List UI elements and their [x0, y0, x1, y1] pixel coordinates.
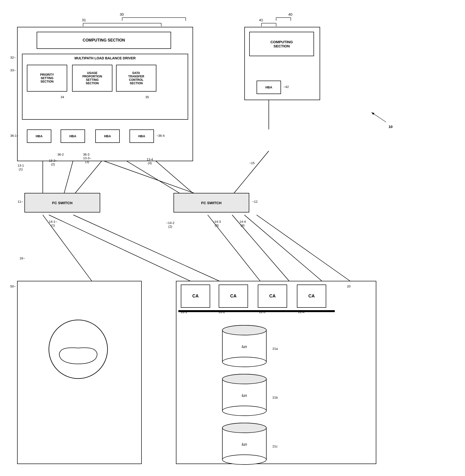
fc-switch-12-label: FC SWITCH — [201, 201, 221, 205]
svg-point-47 — [222, 406, 266, 416]
data-transfer-box: DATA TRANSFER CONTROL SECTION — [116, 65, 156, 92]
hba-36-1-label: HBA — [36, 134, 43, 138]
label-41: 41 — [259, 18, 263, 22]
ca-22-3-label: CA — [269, 294, 276, 299]
svg-line-12 — [257, 215, 357, 286]
label-14-2: ~14-2(2) — [166, 221, 174, 228]
label-14-1: 14-1~(1) — [49, 220, 57, 227]
label-21a: 21a — [272, 347, 278, 350]
fc-switch-11: FC SWITCH — [24, 193, 100, 212]
label-14-4: 14-4(4) — [239, 220, 246, 227]
lun-21c-cylinder: lun — [220, 423, 269, 467]
hba-36-1: HBA — [27, 129, 51, 143]
computing-section-30-label: COMPUTING SECTION — [83, 38, 125, 42]
label-22-2: 22-2 — [219, 310, 225, 314]
label-15: ~15 — [249, 161, 255, 165]
computing-section-40-label: COMPUTING SECTION — [270, 40, 293, 48]
ca-22-4: CA — [297, 285, 326, 308]
label-21b: 21b — [272, 396, 278, 399]
hba-42-label: HBA — [265, 85, 272, 89]
label-11: 11~ — [18, 200, 23, 203]
label-35: 35 — [145, 95, 149, 99]
ca-22-4-label: CA — [308, 294, 315, 299]
disk-svg — [42, 313, 115, 386]
usage-proportion-box: USAGE PROPORTION SETTING SECTION — [72, 65, 112, 92]
data-transfer-label: DATA TRANSFER CONTROL SECTION — [128, 71, 144, 85]
label-22-3: 22-3 — [259, 310, 265, 314]
lun-21b-svg: lun — [220, 374, 269, 418]
label-32: 32~ — [10, 56, 16, 59]
label-31: 31 — [82, 18, 86, 22]
label-22-4: 22-4 — [298, 310, 304, 314]
computing-section-30: COMPUTING SECTION — [37, 32, 171, 49]
hba-36-2: HBA — [61, 129, 85, 143]
computing-section-40: COMPUTING SECTION — [249, 32, 314, 56]
svg-text:lun: lun — [242, 345, 247, 349]
vertical-bus — [178, 310, 335, 312]
storage-box-20 — [176, 281, 376, 464]
lun-21c-svg: lun — [220, 423, 269, 466]
svg-point-42 — [222, 357, 266, 367]
ca-22-1-label: CA — [192, 294, 199, 299]
lun-21b-cylinder: lun — [220, 374, 269, 419]
label-33: 33~ — [10, 68, 16, 72]
ca-22-1: CA — [181, 285, 210, 308]
svg-point-48 — [222, 374, 266, 384]
label-12: ~12 — [252, 200, 258, 203]
fc-switch-11-label: FC SWITCH — [52, 201, 72, 205]
label-13-2: 13-2~(2) — [49, 159, 57, 166]
svg-point-43 — [222, 325, 266, 335]
svg-text:lun: lun — [242, 393, 247, 398]
label-40: 40 — [288, 12, 292, 16]
label-36-2: 36-2 — [57, 153, 64, 156]
label-20: 20 — [347, 285, 350, 288]
svg-text:lun: lun — [242, 442, 247, 446]
label-22-1: 22-1 — [181, 310, 187, 314]
label-16: 16~ — [20, 256, 25, 260]
ca-22-3: CA — [258, 285, 287, 308]
fc-switch-12: FC SWITCH — [173, 193, 249, 212]
label-36-4: ~36-4 — [156, 134, 165, 138]
lun-21a-svg: lun — [220, 325, 269, 369]
label-10: 10 — [389, 125, 393, 129]
hba-36-2-label: HBA — [69, 134, 76, 138]
multipath-driver-label: MULTIPATH LOAD BALANCE DRIVER — [75, 56, 136, 60]
label-42: ~42 — [283, 85, 289, 89]
label-36-3: 36-3 — [83, 153, 89, 156]
label-36-1: 36-1~ — [10, 134, 19, 138]
usage-proportion-label: USAGE PROPORTION SETTING SECTION — [82, 71, 102, 85]
lun-21a-cylinder: lun — [220, 325, 269, 370]
ca-22-2-label: CA — [230, 294, 237, 299]
hba-36-4: HBA — [130, 129, 154, 143]
label-13-3: 13-3~(3) — [83, 156, 91, 164]
device-50-disk — [42, 313, 115, 386]
hba-42: HBA — [257, 81, 281, 94]
label-21c: 21c — [272, 444, 278, 448]
svg-point-52 — [222, 455, 266, 465]
priority-setting-box: PRIORITY SETTING SECTION — [27, 65, 67, 92]
svg-point-39 — [49, 320, 108, 379]
diagram-container: COMPUTING SECTION MULTIPATH LOAD BALANCE… — [0, 0, 465, 476]
svg-line-7 — [49, 215, 200, 286]
svg-line-6 — [232, 151, 269, 195]
svg-line-11 — [244, 215, 327, 286]
label-14-3: ~14-3(3) — [213, 220, 221, 227]
label-13-4: 13-4(4) — [147, 158, 153, 165]
label-50: 50~ — [10, 285, 16, 288]
hba-36-3: HBA — [95, 129, 120, 143]
svg-line-25 — [371, 112, 386, 122]
label-34: 34 — [61, 95, 64, 99]
svg-line-8 — [73, 215, 230, 286]
svg-point-53 — [222, 423, 266, 433]
hba-36-4-label: HBA — [138, 134, 145, 138]
hba-36-3-label: HBA — [104, 134, 111, 138]
priority-setting-label: PRIORITY SETTING SECTION — [40, 73, 54, 83]
label-30: 30 — [120, 12, 124, 16]
ca-22-2: CA — [219, 285, 248, 308]
label-13-1: 13-1(1) — [18, 164, 24, 171]
